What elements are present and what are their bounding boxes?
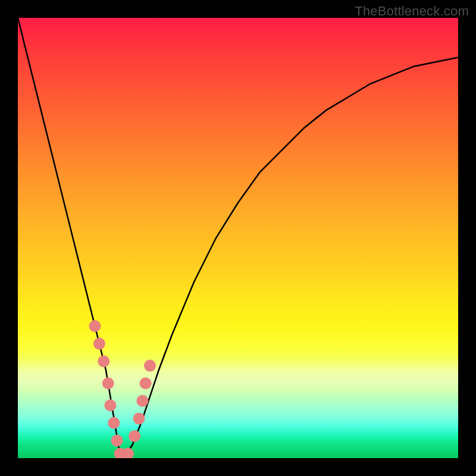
chart-frame: TheBottleneck.com xyxy=(0,0,476,476)
highlight-dots-group xyxy=(89,320,156,458)
highlight-dot xyxy=(102,377,114,389)
highlight-dot xyxy=(140,377,152,389)
highlight-dot xyxy=(129,430,140,442)
bottleneck-curve xyxy=(18,18,458,458)
highlight-dot xyxy=(89,320,101,332)
highlight-dot xyxy=(104,399,116,411)
watermark-text: TheBottleneck.com xyxy=(355,4,469,19)
bottleneck-curve-path xyxy=(18,18,458,458)
highlight-dot xyxy=(93,338,105,350)
highlight-dot xyxy=(136,395,148,407)
highlight-dot xyxy=(98,355,109,367)
highlight-dot xyxy=(144,360,156,372)
highlight-dot xyxy=(108,417,120,429)
plot-area xyxy=(18,18,458,458)
highlight-dot xyxy=(133,412,145,424)
highlight-dot xyxy=(111,434,123,446)
chart-svg-layer xyxy=(18,18,458,458)
